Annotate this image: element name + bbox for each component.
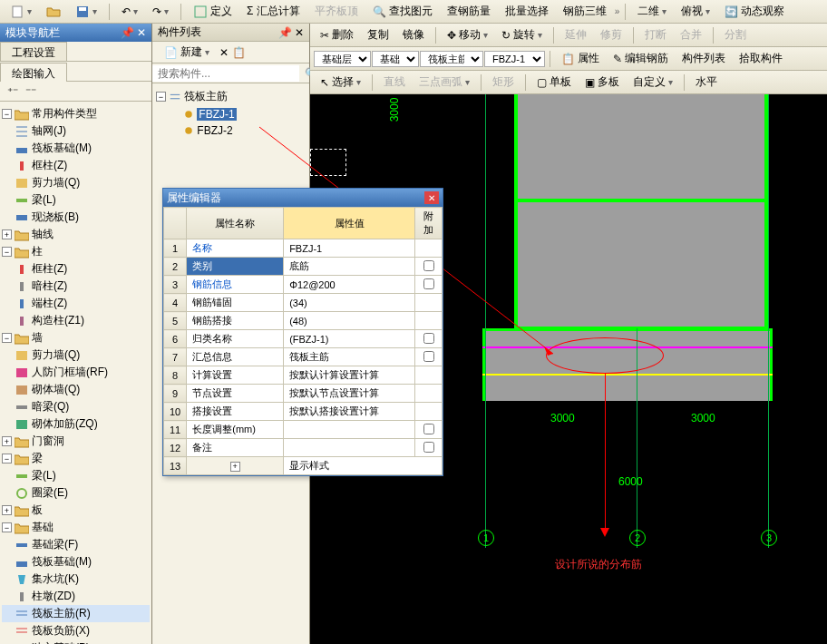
prop-row-4[interactable]: 4钢筋锚固(34) — [164, 294, 443, 312]
merge-button[interactable]: 合并 — [674, 24, 708, 45]
prop-row-1[interactable]: 1名称FBZJ-1 — [164, 239, 443, 258]
line-button[interactable]: 直线 — [377, 72, 412, 93]
top-button[interactable]: 俯视▾ — [675, 1, 716, 22]
tree-g-col[interactable]: −柱 — [2, 243, 150, 260]
2d-button[interactable]: 二维▾ — [631, 1, 673, 22]
pin-icon[interactable]: 📌 ✕ — [278, 26, 304, 39]
tree-axis[interactable]: 轴网(J) — [2, 122, 150, 140]
3d-button[interactable]: 钢筋三维 — [557, 1, 613, 22]
tree-beam[interactable]: 梁(L) — [2, 191, 150, 209]
extend-button[interactable]: 延伸 — [559, 24, 593, 45]
tab-project[interactable]: 工程设置 — [0, 42, 67, 61]
row12-checkbox[interactable] — [423, 442, 434, 453]
tree-raft[interactable]: 筏板基础(M) — [2, 140, 150, 157]
tree-g-found[interactable]: −基础 — [2, 519, 150, 536]
layer-select[interactable]: 基础层 — [314, 51, 371, 67]
pin-icon[interactable]: 📌 ✕ — [121, 26, 146, 39]
break-button[interactable]: 打断 — [638, 24, 673, 45]
list-item-fbzj1[interactable]: FBZJ-1 — [156, 106, 306, 122]
tree-f-iso[interactable]: 独立基础(P) — [2, 639, 150, 644]
tree-f-raft[interactable]: 筏板基础(M) — [2, 553, 150, 571]
row11-checkbox[interactable] — [423, 424, 434, 434]
editbar-button[interactable]: ✎编辑钢筋 — [607, 48, 675, 69]
save-button[interactable]: ▾ — [69, 2, 103, 22]
mirror-button[interactable]: 镜像 — [396, 24, 431, 45]
tree-wall-shear[interactable]: 剪力墙(Q) — [2, 346, 150, 364]
row7-checkbox[interactable] — [423, 351, 434, 362]
tree-col-constr[interactable]: 构造柱(Z1) — [2, 312, 150, 329]
tree-f-raftneg[interactable]: 筏板负筋(X) — [2, 622, 150, 639]
rect-button[interactable]: 矩形 — [486, 72, 521, 93]
expand-icon[interactable]: ⁺⁻ — [4, 83, 22, 100]
item-select[interactable]: FBZJ-1 — [484, 51, 545, 67]
dyn-button[interactable]: 🔄动态观察 — [718, 1, 791, 22]
prop-row-11[interactable]: 11长度调整(mm) — [164, 421, 443, 439]
tree-beam-ring[interactable]: 圈梁(E) — [2, 484, 150, 502]
prop-row-8[interactable]: 8计算设置按默认计算设置计算 — [164, 366, 443, 385]
tree-f-sump[interactable]: 集水坑(K) — [2, 571, 150, 588]
cat-select[interactable]: 基础 — [372, 51, 419, 67]
arc-button[interactable]: 三点画弧▾ — [413, 72, 476, 93]
define-button[interactable]: 定义 — [187, 1, 238, 22]
tree-beam-main[interactable]: 梁(L) — [2, 467, 150, 484]
tree-shearwall[interactable]: 剪力墙(Q) — [2, 174, 150, 191]
prop-button[interactable]: 📋属性 — [555, 48, 606, 69]
row2-checkbox[interactable] — [423, 260, 434, 271]
prop-row-12[interactable]: 12备注 — [164, 439, 443, 457]
tree-root[interactable]: −常用构件类型 — [2, 105, 150, 122]
prop-row-6[interactable]: 6归类名称(FBZJ-1) — [164, 330, 443, 348]
row6-checkbox[interactable] — [423, 333, 434, 344]
delete-icon[interactable]: ✕ — [219, 46, 229, 59]
move-button[interactable]: ✥移动▾ — [441, 24, 494, 45]
rebar-button[interactable]: 查钢筋量 — [441, 1, 497, 22]
prop-row-13[interactable]: 13+显示样式 — [164, 457, 443, 475]
tree-col-frame[interactable]: 框柱(Z) — [2, 260, 150, 278]
tree-col-end[interactable]: 端柱(Z) — [2, 295, 150, 312]
list-button[interactable]: 构件列表 — [676, 48, 732, 69]
trim-button[interactable]: 修剪 — [594, 24, 628, 45]
prop-row-10[interactable]: 10搭接设置按默认搭接设置计算 — [164, 403, 443, 421]
copy-icon[interactable]: 📋 — [232, 46, 246, 59]
dialog-titlebar[interactable]: 属性编辑器 ✕ — [163, 189, 443, 207]
pick-button[interactable]: 拾取构件 — [733, 48, 789, 69]
rotate-button[interactable]: ↻旋转▾ — [495, 24, 549, 45]
copy-button[interactable]: 复制 — [361, 24, 395, 45]
batch-button[interactable]: 批量选择 — [499, 1, 555, 22]
redo-button[interactable]: ↷▾ — [146, 3, 175, 21]
delete-button[interactable]: ✂删除 — [314, 24, 360, 45]
prop-row-5[interactable]: 5钢筋搭接(48) — [164, 312, 443, 330]
tree-g-opening[interactable]: +门窗洞 — [2, 433, 150, 450]
open-button[interactable] — [40, 2, 67, 22]
flatten-button[interactable]: 平齐板顶 — [308, 1, 365, 22]
select-button[interactable]: ↖选择▾ — [314, 72, 367, 93]
tree-wall-rebar[interactable]: 砌体加筋(ZQ) — [2, 415, 150, 433]
tree-g-wall[interactable]: −墙 — [2, 329, 150, 346]
tree-wall-door[interactable]: 人防门框墙(RF) — [2, 364, 150, 381]
tree-col-dark[interactable]: 暗柱(Z) — [2, 278, 150, 295]
prop-row-7[interactable]: 7汇总信息筏板主筋 — [164, 348, 443, 366]
row3-checkbox[interactable] — [423, 278, 434, 289]
new-file-button[interactable]: ▾ — [4, 2, 38, 22]
tree-g-slab[interactable]: +板 — [2, 502, 150, 519]
collapse-icon[interactable]: ⁻⁻ — [22, 83, 40, 100]
tree-g-beam[interactable]: −梁 — [2, 450, 150, 467]
tree-wall-dark[interactable]: 暗梁(Q) — [2, 398, 150, 415]
single-button[interactable]: ▢单板 — [530, 72, 578, 93]
find-button[interactable]: 🔍查找图元 — [366, 1, 439, 22]
split-button[interactable]: 分割 — [718, 24, 753, 45]
tree-f-raftmain[interactable]: 筏板主筋(R) — [2, 605, 150, 622]
prop-row-2[interactable]: 2类别底筋 — [164, 258, 443, 276]
tab-draw[interactable]: 绘图输入 — [0, 63, 67, 82]
prop-row-3[interactable]: 3钢筋信息Φ12@200 — [164, 276, 443, 294]
level-button[interactable]: 水平 — [689, 72, 724, 93]
search-input[interactable] — [152, 65, 299, 82]
tree-framecol[interactable]: 框柱(Z) — [2, 157, 150, 174]
tree-f-beam[interactable]: 基础梁(F) — [2, 536, 150, 553]
new-component-button[interactable]: 📄新建▾ — [158, 42, 216, 63]
custom-button[interactable]: 自定义▾ — [627, 72, 679, 93]
sub-select[interactable]: 筏板主筋 — [420, 51, 483, 67]
tree-f-pier[interactable]: 柱墩(ZD) — [2, 588, 150, 605]
tree-slab[interactable]: 现浇板(B) — [2, 209, 150, 226]
list-root[interactable]: − 筏板主筋 — [156, 87, 306, 106]
prop-row-9[interactable]: 9节点设置按默认节点设置计算 — [164, 385, 443, 403]
